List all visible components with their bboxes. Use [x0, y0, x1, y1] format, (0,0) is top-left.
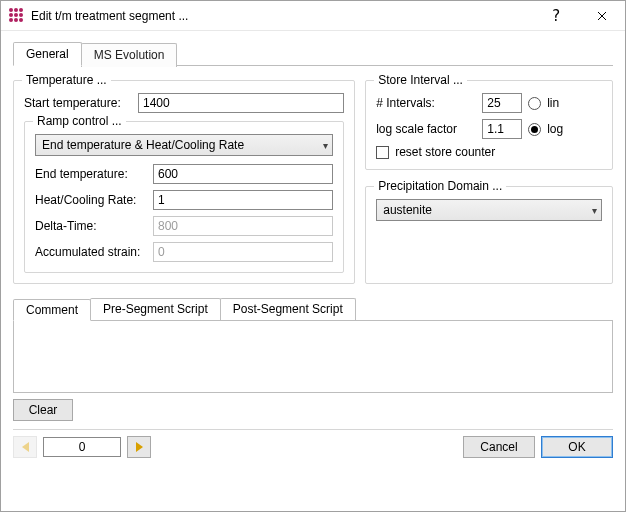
- log-radio[interactable]: [528, 123, 541, 136]
- delta-time-input: [153, 216, 333, 236]
- logfactor-input[interactable]: [482, 119, 522, 139]
- ok-button[interactable]: OK: [541, 436, 613, 458]
- precipitation-domain-group: Precipitation Domain ... austenite ▾: [365, 186, 613, 284]
- accumulated-strain-row: Accumulated strain:: [35, 242, 333, 262]
- logfactor-row: log scale factor log: [376, 119, 602, 139]
- triangle-right-icon: [136, 442, 143, 452]
- reset-store-label: reset store counter: [395, 145, 495, 159]
- store-interval-legend: Store Interval ...: [374, 73, 467, 87]
- app-icon: [9, 8, 25, 24]
- heat-cooling-rate-label: Heat/Cooling Rate:: [35, 193, 147, 207]
- cancel-button[interactable]: Cancel: [463, 436, 535, 458]
- delta-time-label: Delta-Time:: [35, 219, 147, 233]
- triangle-left-icon: [22, 442, 29, 452]
- end-temperature-label: End temperature:: [35, 167, 147, 181]
- panes-row: Temperature ... Start temperature: Ramp …: [13, 74, 613, 284]
- end-temperature-input[interactable]: [153, 164, 333, 184]
- precipitation-domain-value: austenite: [383, 203, 432, 217]
- delta-time-row: Delta-Time:: [35, 216, 333, 236]
- ramp-mode-value: End temperature & Heat/Cooling Rate: [42, 138, 244, 152]
- prev-segment-button[interactable]: [13, 436, 37, 458]
- window-title: Edit t/m treatment segment ...: [31, 9, 533, 23]
- footer: Cancel OK: [13, 429, 613, 458]
- dialog-window: Edit t/m treatment segment ... ? General…: [0, 0, 626, 512]
- tab-comment[interactable]: Comment: [13, 299, 91, 321]
- reset-store-checkbox[interactable]: [376, 146, 389, 159]
- comment-tabstrip: Comment Pre-Segment Script Post-Segment …: [13, 298, 613, 321]
- intervals-input[interactable]: [482, 93, 522, 113]
- tab-ms-evolution[interactable]: MS Evolution: [81, 43, 178, 67]
- segment-index-input[interactable]: [43, 437, 121, 457]
- intervals-label: # Intervals:: [376, 96, 476, 110]
- reset-store-row: reset store counter: [376, 145, 602, 159]
- left-column: Temperature ... Start temperature: Ramp …: [13, 74, 355, 284]
- start-temperature-label: Start temperature:: [24, 96, 132, 110]
- tab-pre-segment-script[interactable]: Pre-Segment Script: [90, 298, 221, 320]
- temperature-group: Temperature ... Start temperature: Ramp …: [13, 80, 355, 284]
- accumulated-strain-input: [153, 242, 333, 262]
- intervals-row: # Intervals: lin: [376, 93, 602, 113]
- precipitation-domain-legend: Precipitation Domain ...: [374, 179, 506, 193]
- chevron-down-icon: ▾: [592, 205, 597, 216]
- ramp-mode-select[interactable]: End temperature & Heat/Cooling Rate ▾: [35, 134, 333, 156]
- accumulated-strain-label: Accumulated strain:: [35, 245, 147, 259]
- start-temperature-row: Start temperature:: [24, 93, 344, 113]
- content-area: General MS Evolution Temperature ... Sta…: [1, 31, 625, 511]
- tab-post-segment-script[interactable]: Post-Segment Script: [220, 298, 356, 320]
- help-button[interactable]: ?: [533, 1, 579, 31]
- tab-general[interactable]: General: [13, 42, 82, 66]
- chevron-down-icon: ▾: [323, 140, 328, 151]
- logfactor-label: log scale factor: [376, 122, 476, 136]
- comment-section: Comment Pre-Segment Script Post-Segment …: [13, 298, 613, 421]
- next-segment-button[interactable]: [127, 436, 151, 458]
- end-temperature-row: End temperature:: [35, 164, 333, 184]
- right-column: Store Interval ... # Intervals: lin log …: [365, 74, 613, 284]
- precipitation-domain-select[interactable]: austenite ▾: [376, 199, 602, 221]
- comment-textarea[interactable]: [13, 321, 613, 393]
- titlebar: Edit t/m treatment segment ... ?: [1, 1, 625, 31]
- store-interval-group: Store Interval ... # Intervals: lin log …: [365, 80, 613, 170]
- heat-cooling-rate-input[interactable]: [153, 190, 333, 210]
- ramp-control-legend: Ramp control ...: [33, 114, 126, 128]
- temperature-legend: Temperature ...: [22, 73, 111, 87]
- clear-button[interactable]: Clear: [13, 399, 73, 421]
- main-tabstrip: General MS Evolution: [13, 41, 613, 66]
- close-button[interactable]: [579, 1, 625, 31]
- ramp-control-group: Ramp control ... End temperature & Heat/…: [24, 121, 344, 273]
- lin-radio[interactable]: [528, 97, 541, 110]
- log-label: log: [547, 122, 563, 136]
- start-temperature-input[interactable]: [138, 93, 344, 113]
- lin-label: lin: [547, 96, 559, 110]
- heat-cooling-rate-row: Heat/Cooling Rate:: [35, 190, 333, 210]
